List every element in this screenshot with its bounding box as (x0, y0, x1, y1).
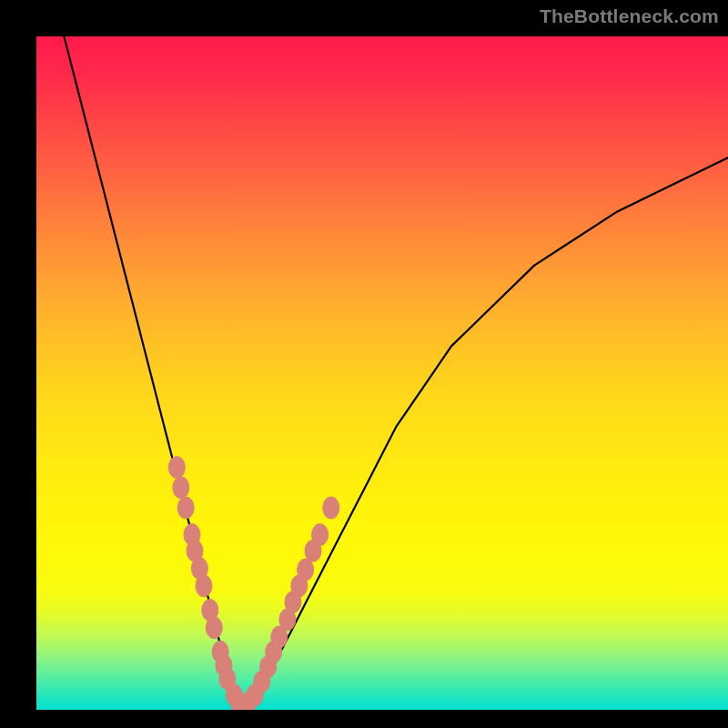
curve-marker (196, 575, 212, 597)
curve-marker (206, 617, 222, 639)
curve-marker (168, 457, 185, 479)
chart-svg (36, 36, 728, 710)
curve-marker (177, 497, 194, 519)
plot-area (36, 36, 728, 710)
curve-marker (173, 477, 189, 499)
curve-marker (323, 497, 339, 519)
watermark-text: TheBottleneck.com (540, 5, 719, 27)
curve-marker (298, 559, 314, 581)
v-curve-line (64, 36, 728, 710)
chart-stage: TheBottleneck.com (0, 0, 728, 728)
curve-marker (312, 524, 329, 546)
curve-markers (168, 457, 339, 710)
